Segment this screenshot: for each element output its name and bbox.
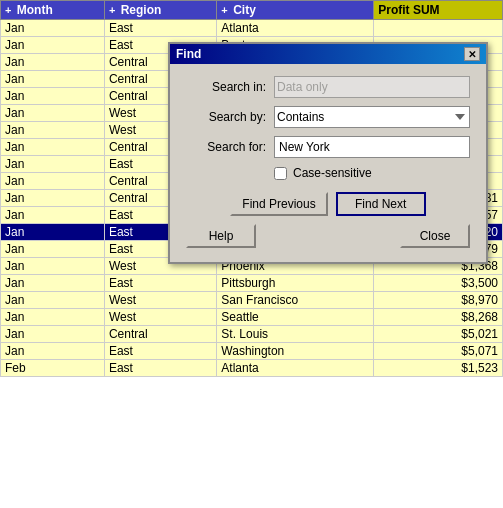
find-next-button[interactable]: Find Next [336, 192, 426, 216]
cell-profit [374, 20, 503, 37]
dialog-body: Search in: Data only Search by: Contains… [170, 64, 486, 262]
cell-city: Atlanta [217, 360, 374, 377]
cell-month: Jan [1, 173, 105, 190]
search-for-label: Search for: [186, 140, 266, 154]
cell-month: Jan [1, 139, 105, 156]
cell-month: Feb [1, 360, 105, 377]
cell-month: Jan [1, 71, 105, 88]
cell-profit: $3,500 [374, 275, 503, 292]
dialog-action-buttons: Find Previous Find Next [186, 192, 470, 216]
cell-city: San Francisco [217, 292, 374, 309]
cell-city: Washington [217, 343, 374, 360]
cell-region: East [104, 20, 216, 37]
close-button[interactable]: Close [400, 224, 470, 248]
cell-month: Jan [1, 105, 105, 122]
cell-month: Jan [1, 122, 105, 139]
search-in-row: Search in: Data only [186, 76, 470, 98]
cell-month: Jan [1, 156, 105, 173]
help-button[interactable]: Help [186, 224, 256, 248]
cell-region: East [104, 360, 216, 377]
search-in-select[interactable]: Data only [274, 76, 470, 98]
cell-profit: $8,268 [374, 309, 503, 326]
cell-city: St. Louis [217, 326, 374, 343]
cell-month: Jan [1, 241, 105, 258]
search-by-select[interactable]: Contains Exact match Starts with [274, 106, 470, 128]
table-row: JanWestSeattle$8,268 [1, 309, 503, 326]
table-row: JanEastAtlanta [1, 20, 503, 37]
case-sensitive-label: Case-sensitive [293, 166, 372, 180]
find-previous-button[interactable]: Find Previous [230, 192, 327, 216]
search-by-label: Search by: [186, 110, 266, 124]
cell-month: Jan [1, 20, 105, 37]
cell-month: Jan [1, 207, 105, 224]
dialog-title: Find [176, 47, 201, 61]
cell-month: Jan [1, 37, 105, 54]
table-row: JanEastPittsburgh$3,500 [1, 275, 503, 292]
search-in-label: Search in: [186, 80, 266, 94]
cell-profit: $8,970 [374, 292, 503, 309]
dialog-footer: Help Close [186, 224, 470, 252]
cell-profit: $1,523 [374, 360, 503, 377]
table-row: JanCentralSt. Louis$5,021 [1, 326, 503, 343]
find-dialog: Find ✕ Search in: Data only Search by: C… [168, 42, 488, 264]
table-row: JanEastWashington$5,071 [1, 343, 503, 360]
cell-month: Jan [1, 292, 105, 309]
cell-profit: $5,071 [374, 343, 503, 360]
cell-profit: $5,021 [374, 326, 503, 343]
cell-region: West [104, 309, 216, 326]
cell-month: Jan [1, 54, 105, 71]
cell-month: Jan [1, 224, 105, 241]
col-region[interactable]: + Region [104, 1, 216, 20]
case-sensitive-row: Case-sensitive [186, 166, 470, 180]
cell-city: Atlanta [217, 20, 374, 37]
cell-month: Jan [1, 258, 105, 275]
search-for-row: Search for: [186, 136, 470, 158]
cell-city: Pittsburgh [217, 275, 374, 292]
search-by-row: Search by: Contains Exact match Starts w… [186, 106, 470, 128]
cell-city: Seattle [217, 309, 374, 326]
dialog-titlebar: Find ✕ [170, 44, 486, 64]
cell-month: Jan [1, 88, 105, 105]
cell-region: East [104, 343, 216, 360]
cell-region: East [104, 275, 216, 292]
table-row: FebEastAtlanta$1,523 [1, 360, 503, 377]
main-container: + Month + Region + City Profit SUM JanEa… [0, 0, 503, 508]
col-profit[interactable]: Profit SUM [374, 1, 503, 20]
case-sensitive-checkbox[interactable] [274, 167, 287, 180]
cell-month: Jan [1, 275, 105, 292]
dialog-close-x-button[interactable]: ✕ [464, 47, 480, 61]
table-row: JanWestSan Francisco$8,970 [1, 292, 503, 309]
cell-month: Jan [1, 326, 105, 343]
search-for-input[interactable] [274, 136, 470, 158]
cell-region: West [104, 292, 216, 309]
col-city[interactable]: + City [217, 1, 374, 20]
cell-month: Jan [1, 190, 105, 207]
col-month[interactable]: + Month [1, 1, 105, 20]
cell-month: Jan [1, 343, 105, 360]
cell-region: Central [104, 326, 216, 343]
cell-month: Jan [1, 309, 105, 326]
